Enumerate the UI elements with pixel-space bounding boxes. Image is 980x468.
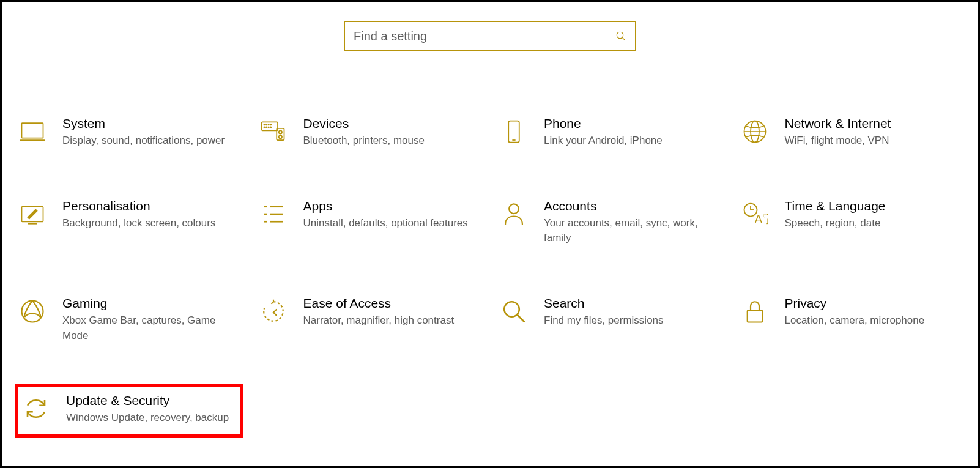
gaming-icon xyxy=(20,299,45,324)
tile-desc: Uninstall, defaults, optional features xyxy=(303,216,480,231)
tile-update-security[interactable]: Update & Security Windows Update, recove… xyxy=(15,384,243,438)
tile-text: Gaming Xbox Game Bar, captures, Game Mod… xyxy=(62,296,239,343)
tile-title: Accounts xyxy=(544,199,720,214)
magnifier-icon xyxy=(501,299,527,324)
svg-point-34 xyxy=(22,300,43,322)
tile-text: System Display, sound, notifications, po… xyxy=(62,116,239,149)
lock-icon xyxy=(742,299,768,324)
tile-system[interactable]: System Display, sound, notifications, po… xyxy=(15,113,243,152)
tile-text: Accounts Your accounts, email, sync, wor… xyxy=(544,199,720,246)
search-icon xyxy=(615,31,626,42)
tile-title: Ease of Access xyxy=(303,296,480,311)
person-icon xyxy=(501,201,527,227)
svg-line-36 xyxy=(517,314,524,322)
svg-rect-16 xyxy=(508,121,519,143)
svg-line-1 xyxy=(622,37,625,40)
tile-desc: Bluetooth, printers, mouse xyxy=(303,133,480,149)
tile-ease-of-access[interactable]: Ease of Access Narrator, magnifier, high… xyxy=(256,292,484,347)
tile-text: Time & Language Speech, region, date xyxy=(785,199,961,231)
search-input[interactable] xyxy=(354,29,626,43)
tile-title: Phone xyxy=(544,116,720,131)
tile-desc: Windows Update, recovery, backup xyxy=(66,410,235,426)
svg-point-35 xyxy=(504,302,519,317)
devices-icon xyxy=(261,119,286,144)
svg-point-10 xyxy=(265,127,266,127)
tile-accounts[interactable]: Accounts Your accounts, email, sync, wor… xyxy=(496,195,725,250)
tile-privacy[interactable]: Privacy Location, camera, microphone xyxy=(737,292,966,347)
apps-icon xyxy=(261,201,286,227)
globe-icon xyxy=(742,119,768,144)
svg-point-15 xyxy=(278,135,281,138)
svg-rect-4 xyxy=(261,122,277,130)
tile-title: System xyxy=(62,116,239,131)
svg-point-8 xyxy=(270,124,270,125)
tile-desc: Display, sound, notifications, power xyxy=(62,133,239,149)
tile-text: Search Find my files, permissions xyxy=(544,296,720,329)
svg-point-7 xyxy=(268,124,269,125)
tile-text: Update & Security Windows Update, recove… xyxy=(66,393,235,426)
tile-title: Apps xyxy=(303,199,480,214)
tile-gaming[interactable]: Gaming Xbox Game Bar, captures, Game Mod… xyxy=(15,292,243,347)
tile-desc: Narrator, magnifier, high contrast xyxy=(303,313,480,329)
tile-text: Network & Internet WiFi, flight mode, VP… xyxy=(785,116,961,149)
svg-point-9 xyxy=(264,127,264,127)
time-language-icon: A字 xyxy=(742,201,768,227)
tile-phone[interactable]: Phone Link your Android, iPhone xyxy=(496,113,725,152)
search-box[interactable] xyxy=(344,21,636,51)
tile-text: Personalisation Background, lock screen,… xyxy=(62,199,239,231)
svg-point-11 xyxy=(268,127,269,127)
tile-text: Privacy Location, camera, microphone xyxy=(785,296,961,329)
svg-rect-37 xyxy=(747,310,762,322)
svg-point-12 xyxy=(270,127,270,127)
tile-title: Update & Security xyxy=(66,393,235,408)
tile-desc: Location, camera, microphone xyxy=(785,313,961,329)
svg-text:A字: A字 xyxy=(755,213,768,225)
tile-title: Privacy xyxy=(785,296,961,311)
tile-title: Devices xyxy=(303,116,480,131)
tile-text: Devices Bluetooth, printers, mouse xyxy=(303,116,480,149)
tile-title: Gaming xyxy=(62,296,239,311)
tile-text: Ease of Access Narrator, magnifier, high… xyxy=(303,296,480,329)
tile-title: Time & Language xyxy=(785,199,961,214)
search-container xyxy=(2,2,978,51)
tile-network[interactable]: Network & Internet WiFi, flight mode, VP… xyxy=(737,113,966,152)
update-icon xyxy=(23,396,49,422)
tile-personalisation[interactable]: Personalisation Background, lock screen,… xyxy=(15,195,243,250)
tile-title: Personalisation xyxy=(62,199,239,214)
tile-desc: Speech, region, date xyxy=(785,216,961,231)
personalisation-icon xyxy=(20,201,45,227)
svg-point-6 xyxy=(265,124,266,125)
svg-point-5 xyxy=(264,124,264,125)
ease-of-access-icon xyxy=(261,299,286,324)
tile-title: Search xyxy=(544,296,720,311)
tile-desc: Background, lock screen, colours xyxy=(62,216,239,231)
svg-point-29 xyxy=(509,204,519,214)
svg-point-14 xyxy=(278,130,281,133)
phone-icon xyxy=(501,119,527,144)
text-caret xyxy=(354,28,354,45)
tile-desc: WiFi, flight mode, VPN xyxy=(785,133,961,149)
tile-title: Network & Internet xyxy=(785,116,961,131)
tile-devices[interactable]: Devices Bluetooth, printers, mouse xyxy=(256,113,484,152)
tile-search[interactable]: Search Find my files, permissions xyxy=(496,292,725,347)
svg-rect-2 xyxy=(22,123,43,138)
tile-desc: Link your Android, iPhone xyxy=(544,133,720,149)
tile-desc: Your accounts, email, sync, work, family xyxy=(544,216,720,246)
tile-text: Apps Uninstall, defaults, optional featu… xyxy=(303,199,480,231)
tile-time-language[interactable]: A字 Time & Language Speech, region, date xyxy=(737,195,966,250)
tile-desc: Xbox Game Bar, captures, Game Mode xyxy=(62,313,239,343)
tile-apps[interactable]: Apps Uninstall, defaults, optional featu… xyxy=(256,195,484,250)
settings-grid: System Display, sound, notifications, po… xyxy=(2,51,978,450)
tile-desc: Find my files, permissions xyxy=(544,313,720,329)
system-icon xyxy=(20,119,45,144)
svg-point-0 xyxy=(617,32,623,39)
tile-text: Phone Link your Android, iPhone xyxy=(544,116,720,149)
